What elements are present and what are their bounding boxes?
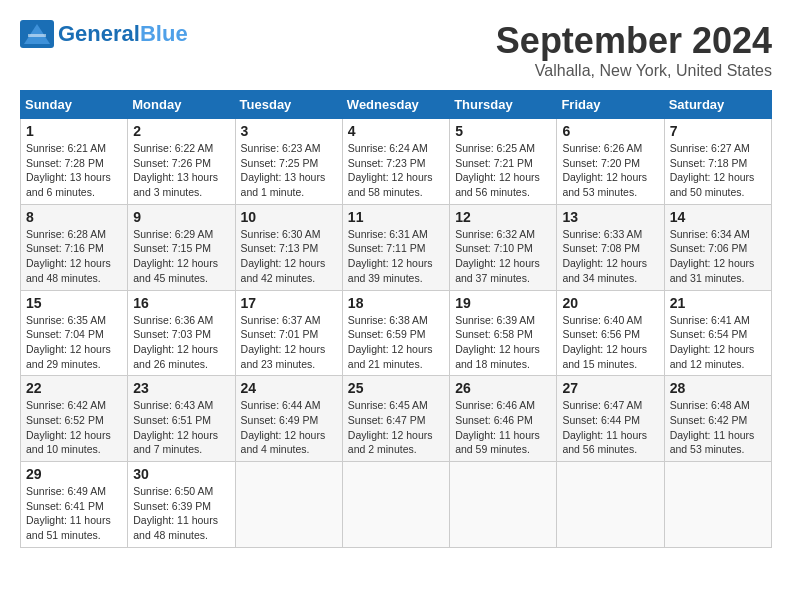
day-info: Sunrise: 6:30 AMSunset: 7:13 PMDaylight:… [241, 228, 326, 284]
table-row [342, 462, 449, 548]
table-row: 11Sunrise: 6:31 AMSunset: 7:11 PMDayligh… [342, 204, 449, 290]
table-row: 25Sunrise: 6:45 AMSunset: 6:47 PMDayligh… [342, 376, 449, 462]
table-row: 17Sunrise: 6:37 AMSunset: 7:01 PMDayligh… [235, 290, 342, 376]
calendar-header-row: Sunday Monday Tuesday Wednesday Thursday… [21, 91, 772, 119]
day-info: Sunrise: 6:48 AMSunset: 6:42 PMDaylight:… [670, 399, 755, 455]
day-number: 29 [26, 466, 122, 482]
day-number: 10 [241, 209, 337, 225]
day-number: 1 [26, 123, 122, 139]
table-row: 1Sunrise: 6:21 AMSunset: 7:28 PMDaylight… [21, 119, 128, 205]
day-info: Sunrise: 6:26 AMSunset: 7:20 PMDaylight:… [562, 142, 647, 198]
calendar-table: Sunday Monday Tuesday Wednesday Thursday… [20, 90, 772, 548]
day-number: 8 [26, 209, 122, 225]
table-row: 21Sunrise: 6:41 AMSunset: 6:54 PMDayligh… [664, 290, 771, 376]
day-number: 30 [133, 466, 229, 482]
table-row [450, 462, 557, 548]
table-row: 13Sunrise: 6:33 AMSunset: 7:08 PMDayligh… [557, 204, 664, 290]
day-info: Sunrise: 6:46 AMSunset: 6:46 PMDaylight:… [455, 399, 540, 455]
calendar-week-1: 8Sunrise: 6:28 AMSunset: 7:16 PMDaylight… [21, 204, 772, 290]
table-row: 26Sunrise: 6:46 AMSunset: 6:46 PMDayligh… [450, 376, 557, 462]
col-saturday: Saturday [664, 91, 771, 119]
day-number: 25 [348, 380, 444, 396]
day-number: 13 [562, 209, 658, 225]
table-row: 20Sunrise: 6:40 AMSunset: 6:56 PMDayligh… [557, 290, 664, 376]
table-row: 9Sunrise: 6:29 AMSunset: 7:15 PMDaylight… [128, 204, 235, 290]
table-row: 12Sunrise: 6:32 AMSunset: 7:10 PMDayligh… [450, 204, 557, 290]
day-number: 17 [241, 295, 337, 311]
day-number: 26 [455, 380, 551, 396]
day-number: 11 [348, 209, 444, 225]
day-number: 5 [455, 123, 551, 139]
table-row [664, 462, 771, 548]
table-row: 18Sunrise: 6:38 AMSunset: 6:59 PMDayligh… [342, 290, 449, 376]
calendar-subtitle: Valhalla, New York, United States [496, 62, 772, 80]
day-number: 14 [670, 209, 766, 225]
day-number: 3 [241, 123, 337, 139]
table-row: 6Sunrise: 6:26 AMSunset: 7:20 PMDaylight… [557, 119, 664, 205]
day-info: Sunrise: 6:36 AMSunset: 7:03 PMDaylight:… [133, 314, 218, 370]
day-info: Sunrise: 6:21 AMSunset: 7:28 PMDaylight:… [26, 142, 111, 198]
day-info: Sunrise: 6:37 AMSunset: 7:01 PMDaylight:… [241, 314, 326, 370]
day-number: 2 [133, 123, 229, 139]
calendar-week-4: 29Sunrise: 6:49 AMSunset: 6:41 PMDayligh… [21, 462, 772, 548]
day-info: Sunrise: 6:43 AMSunset: 6:51 PMDaylight:… [133, 399, 218, 455]
day-info: Sunrise: 6:24 AMSunset: 7:23 PMDaylight:… [348, 142, 433, 198]
table-row: 5Sunrise: 6:25 AMSunset: 7:21 PMDaylight… [450, 119, 557, 205]
day-info: Sunrise: 6:50 AMSunset: 6:39 PMDaylight:… [133, 485, 218, 541]
day-number: 4 [348, 123, 444, 139]
logo-text: GeneralBlue [58, 21, 188, 47]
day-info: Sunrise: 6:35 AMSunset: 7:04 PMDaylight:… [26, 314, 111, 370]
day-info: Sunrise: 6:31 AMSunset: 7:11 PMDaylight:… [348, 228, 433, 284]
table-row: 10Sunrise: 6:30 AMSunset: 7:13 PMDayligh… [235, 204, 342, 290]
day-number: 7 [670, 123, 766, 139]
table-row: 8Sunrise: 6:28 AMSunset: 7:16 PMDaylight… [21, 204, 128, 290]
day-number: 27 [562, 380, 658, 396]
table-row: 15Sunrise: 6:35 AMSunset: 7:04 PMDayligh… [21, 290, 128, 376]
title-block: September 2024 Valhalla, New York, Unite… [496, 20, 772, 80]
day-number: 22 [26, 380, 122, 396]
day-number: 21 [670, 295, 766, 311]
calendar-week-0: 1Sunrise: 6:21 AMSunset: 7:28 PMDaylight… [21, 119, 772, 205]
day-info: Sunrise: 6:34 AMSunset: 7:06 PMDaylight:… [670, 228, 755, 284]
table-row: 4Sunrise: 6:24 AMSunset: 7:23 PMDaylight… [342, 119, 449, 205]
day-info: Sunrise: 6:49 AMSunset: 6:41 PMDaylight:… [26, 485, 111, 541]
table-row: 22Sunrise: 6:42 AMSunset: 6:52 PMDayligh… [21, 376, 128, 462]
table-row: 27Sunrise: 6:47 AMSunset: 6:44 PMDayligh… [557, 376, 664, 462]
day-info: Sunrise: 6:42 AMSunset: 6:52 PMDaylight:… [26, 399, 111, 455]
day-number: 20 [562, 295, 658, 311]
day-info: Sunrise: 6:27 AMSunset: 7:18 PMDaylight:… [670, 142, 755, 198]
table-row: 3Sunrise: 6:23 AMSunset: 7:25 PMDaylight… [235, 119, 342, 205]
col-wednesday: Wednesday [342, 91, 449, 119]
day-number: 18 [348, 295, 444, 311]
table-row: 7Sunrise: 6:27 AMSunset: 7:18 PMDaylight… [664, 119, 771, 205]
logo: GeneralBlue [20, 20, 188, 48]
page-header: GeneralBlue September 2024 Valhalla, New… [20, 20, 772, 80]
day-info: Sunrise: 6:41 AMSunset: 6:54 PMDaylight:… [670, 314, 755, 370]
svg-rect-2 [28, 34, 46, 37]
calendar-week-3: 22Sunrise: 6:42 AMSunset: 6:52 PMDayligh… [21, 376, 772, 462]
day-info: Sunrise: 6:47 AMSunset: 6:44 PMDaylight:… [562, 399, 647, 455]
col-thursday: Thursday [450, 91, 557, 119]
col-tuesday: Tuesday [235, 91, 342, 119]
day-info: Sunrise: 6:45 AMSunset: 6:47 PMDaylight:… [348, 399, 433, 455]
day-number: 15 [26, 295, 122, 311]
table-row: 19Sunrise: 6:39 AMSunset: 6:58 PMDayligh… [450, 290, 557, 376]
day-info: Sunrise: 6:22 AMSunset: 7:26 PMDaylight:… [133, 142, 218, 198]
table-row [557, 462, 664, 548]
day-number: 19 [455, 295, 551, 311]
day-number: 6 [562, 123, 658, 139]
col-sunday: Sunday [21, 91, 128, 119]
day-info: Sunrise: 6:25 AMSunset: 7:21 PMDaylight:… [455, 142, 540, 198]
day-number: 12 [455, 209, 551, 225]
day-number: 28 [670, 380, 766, 396]
table-row: 23Sunrise: 6:43 AMSunset: 6:51 PMDayligh… [128, 376, 235, 462]
table-row [235, 462, 342, 548]
day-info: Sunrise: 6:33 AMSunset: 7:08 PMDaylight:… [562, 228, 647, 284]
day-number: 23 [133, 380, 229, 396]
day-info: Sunrise: 6:28 AMSunset: 7:16 PMDaylight:… [26, 228, 111, 284]
day-info: Sunrise: 6:40 AMSunset: 6:56 PMDaylight:… [562, 314, 647, 370]
day-info: Sunrise: 6:44 AMSunset: 6:49 PMDaylight:… [241, 399, 326, 455]
day-number: 16 [133, 295, 229, 311]
day-info: Sunrise: 6:38 AMSunset: 6:59 PMDaylight:… [348, 314, 433, 370]
table-row: 30Sunrise: 6:50 AMSunset: 6:39 PMDayligh… [128, 462, 235, 548]
